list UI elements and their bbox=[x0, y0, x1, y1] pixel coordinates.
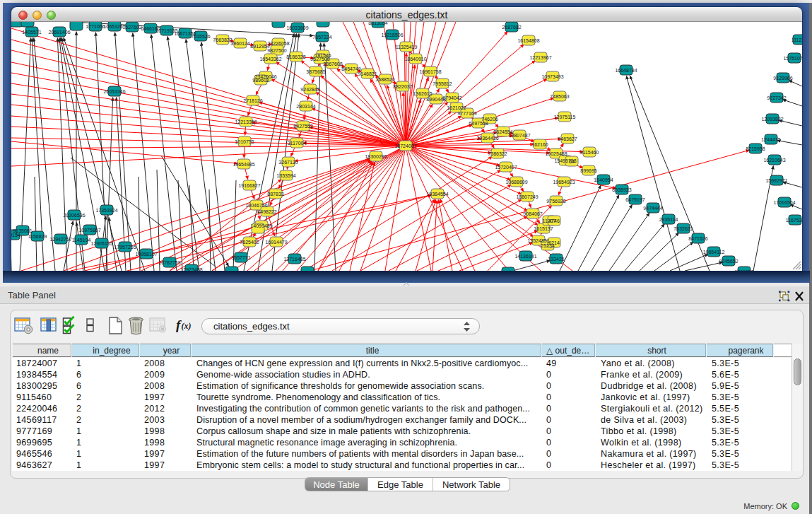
svg-text:1615137: 1615137 bbox=[534, 226, 553, 231]
svg-text:8186328: 8186328 bbox=[286, 54, 305, 59]
svg-text:19654985: 19654985 bbox=[233, 162, 254, 167]
svg-text:8813054: 8813054 bbox=[368, 22, 387, 25]
svg-text:2803144: 2803144 bbox=[296, 104, 315, 109]
svg-text:111236: 111236 bbox=[792, 37, 802, 42]
svg-text:10025488: 10025488 bbox=[545, 151, 567, 156]
svg-text:18724007: 18724007 bbox=[394, 144, 416, 148]
svg-text:8822037: 8822037 bbox=[393, 84, 412, 89]
svg-text:3117004: 3117004 bbox=[288, 141, 307, 146]
svg-text:12093822: 12093822 bbox=[761, 117, 783, 122]
svg-text:9796052: 9796052 bbox=[734, 269, 753, 271]
svg-text:17016504: 17016504 bbox=[773, 200, 795, 205]
svg-text:16033809: 16033809 bbox=[286, 25, 308, 30]
svg-text:9227342: 9227342 bbox=[767, 95, 786, 100]
svg-text:1353594: 1353594 bbox=[276, 173, 295, 178]
svg-text:15720407: 15720407 bbox=[495, 165, 517, 170]
svg-text:8938923: 8938923 bbox=[612, 187, 631, 192]
svg-text:989602: 989602 bbox=[252, 78, 269, 83]
svg-text:746206: 746206 bbox=[481, 117, 498, 122]
svg-text:(x): (x) bbox=[182, 321, 192, 331]
svg-text:2687682: 2687682 bbox=[502, 25, 521, 30]
svg-text:23226058: 23226058 bbox=[267, 41, 289, 46]
svg-text:12923488: 12923488 bbox=[180, 267, 202, 271]
svg-text:1145194: 1145194 bbox=[72, 238, 91, 243]
svg-text:3267130: 3267130 bbox=[278, 160, 298, 165]
svg-text:10958107: 10958107 bbox=[135, 252, 157, 257]
svg-text:1244415: 1244415 bbox=[761, 137, 780, 142]
svg-text:6214: 6214 bbox=[548, 240, 560, 245]
svg-text:9084067: 9084067 bbox=[523, 211, 542, 216]
svg-text:10973493: 10973493 bbox=[541, 74, 563, 79]
svg-text:20364436: 20364436 bbox=[476, 136, 498, 141]
svg-text:9135061: 9135061 bbox=[13, 228, 32, 233]
svg-text:10654112: 10654112 bbox=[703, 250, 725, 255]
svg-text:1156829: 1156829 bbox=[28, 234, 47, 239]
svg-text:7515526: 7515526 bbox=[191, 34, 210, 39]
svg-text:20691406: 20691406 bbox=[48, 30, 70, 35]
svg-text:16648784: 16648784 bbox=[615, 68, 637, 73]
svg-text:1588520: 1588520 bbox=[375, 77, 394, 82]
svg-text:7955812: 7955812 bbox=[433, 81, 452, 86]
svg-text:20206536: 20206536 bbox=[63, 213, 85, 218]
svg-text:19166827: 19166827 bbox=[238, 183, 260, 188]
svg-text:10807487: 10807487 bbox=[508, 133, 530, 138]
svg-text:10975867: 10975867 bbox=[78, 228, 100, 233]
svg-text:7857224: 7857224 bbox=[312, 35, 331, 40]
svg-text:9115460: 9115460 bbox=[580, 150, 599, 155]
svg-text:9242845: 9242845 bbox=[300, 87, 319, 92]
svg-text:133426: 133426 bbox=[548, 257, 564, 262]
svg-text:13716485: 13716485 bbox=[283, 257, 305, 262]
svg-text:18640910: 18640910 bbox=[404, 57, 426, 62]
svg-text:2867608: 2867608 bbox=[323, 62, 342, 66]
svg-text:887833: 887833 bbox=[267, 192, 283, 197]
svg-text:7632621: 7632621 bbox=[673, 226, 693, 231]
svg-text:10688609: 10688609 bbox=[505, 180, 527, 185]
svg-text:6794042: 6794042 bbox=[442, 95, 461, 100]
svg-text:9657771: 9657771 bbox=[231, 255, 250, 260]
svg-text:3875685: 3875685 bbox=[306, 69, 325, 74]
svg-text:16210643: 16210643 bbox=[763, 158, 785, 163]
svg-text:9129966: 9129966 bbox=[773, 76, 792, 81]
svg-text:19384554: 19384554 bbox=[426, 192, 448, 197]
svg-text:1167534: 1167534 bbox=[786, 218, 802, 223]
svg-text:2718126: 2718126 bbox=[243, 98, 262, 103]
svg-text:7663822: 7663822 bbox=[213, 37, 232, 42]
svg-text:9777169: 9777169 bbox=[457, 111, 476, 116]
svg-text:4498222: 4498222 bbox=[257, 209, 276, 214]
svg-text:17957255: 17957255 bbox=[114, 245, 136, 250]
svg-text:899695: 899695 bbox=[580, 168, 596, 173]
svg-text:15751074: 15751074 bbox=[783, 56, 802, 61]
svg-text:6479197: 6479197 bbox=[625, 197, 645, 202]
svg-text:18807249: 18807249 bbox=[516, 194, 538, 199]
svg-text:16961758: 16961758 bbox=[419, 69, 441, 74]
svg-text:64: 64 bbox=[569, 159, 575, 164]
svg-text:12942757: 12942757 bbox=[49, 237, 71, 242]
svg-text:8215958: 8215958 bbox=[746, 146, 765, 151]
svg-text:1010755: 1010755 bbox=[235, 139, 254, 144]
svg-text:12213369: 12213369 bbox=[235, 119, 257, 124]
svg-text:7485063: 7485063 bbox=[550, 94, 569, 99]
svg-text:12213967: 12213967 bbox=[529, 55, 551, 60]
svg-text:16914479: 16914479 bbox=[265, 240, 287, 245]
svg-text:9245652: 9245652 bbox=[719, 259, 738, 264]
svg-text:8454749: 8454749 bbox=[341, 66, 360, 71]
svg-text:1771066: 1771066 bbox=[86, 24, 105, 29]
svg-text:9474444: 9474444 bbox=[643, 206, 662, 211]
svg-text:4746: 4746 bbox=[548, 218, 560, 223]
svg-text:1621022: 1621022 bbox=[447, 105, 466, 110]
svg-text:12905135: 12905135 bbox=[90, 241, 112, 246]
svg-text:9527508: 9527508 bbox=[310, 57, 329, 62]
svg-text:8427552: 8427552 bbox=[293, 124, 312, 129]
svg-text:7625402: 7625402 bbox=[240, 240, 259, 245]
svg-text:26053346: 26053346 bbox=[103, 89, 125, 94]
svg-text:15692971: 15692971 bbox=[765, 178, 787, 183]
svg-text:6497568: 6497568 bbox=[469, 121, 488, 126]
svg-text:39154: 39154 bbox=[11, 233, 20, 238]
svg-text:13524851: 13524851 bbox=[527, 238, 549, 243]
svg-text:14136141: 14136141 bbox=[514, 254, 536, 259]
svg-text:7386322: 7386322 bbox=[488, 151, 507, 156]
svg-text:1362615: 1362615 bbox=[413, 91, 432, 96]
svg-text:9463627: 9463627 bbox=[558, 136, 577, 141]
svg-text:19218506: 19218506 bbox=[381, 33, 403, 37]
svg-text:19654923: 19654923 bbox=[553, 180, 575, 185]
